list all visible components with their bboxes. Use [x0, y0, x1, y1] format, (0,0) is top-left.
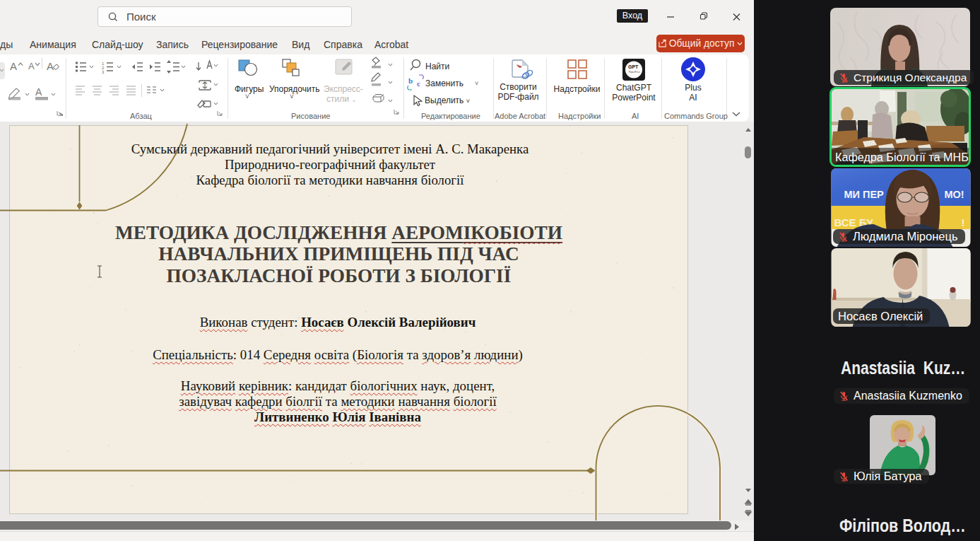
svg-text:Кафедра Біології та МНБ: Кафедра Біології та МНБ: [835, 151, 969, 163]
svg-text:!: !: [962, 216, 965, 228]
svg-text:А: А: [47, 60, 54, 72]
svg-text:А: А: [28, 61, 35, 71]
svg-text:GPT: GPT: [628, 64, 639, 69]
svg-text:МИ ПЕР: МИ ПЕР: [844, 189, 885, 200]
svg-text:МО!: МО!: [945, 189, 964, 200]
svg-text:b: b: [408, 76, 413, 85]
svg-text:3: 3: [102, 70, 105, 74]
svg-text:ᴾᵒʷᵉʳᴾᵒⁱⁿᵗ: ᴾᵒʷᵉʳᴾᵒⁱⁿᵗ: [629, 71, 640, 74]
svg-text:А: А: [35, 86, 42, 98]
svg-text:c: c: [417, 79, 420, 88]
svg-text:А: А: [10, 60, 17, 72]
